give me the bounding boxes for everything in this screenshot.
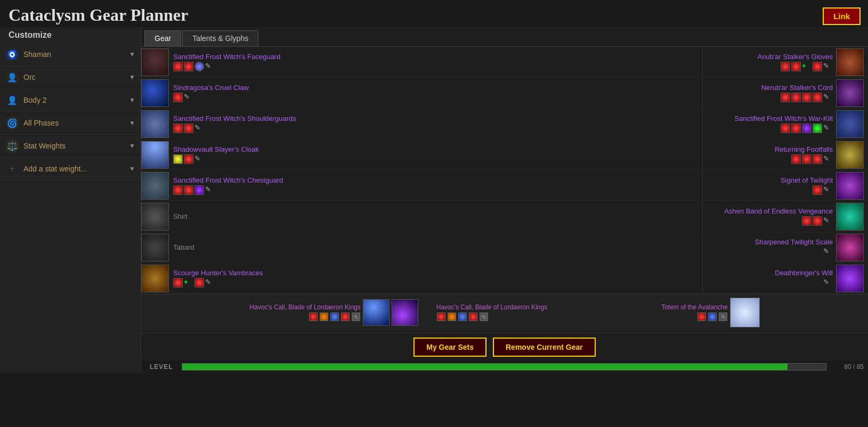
gear-row-chest[interactable]: Sanctified Frost Witch's Chestguard ✎ <box>141 170 702 201</box>
gem-plus: + <box>802 62 812 71</box>
gem-pen: ✎ <box>823 278 833 288</box>
level-bar-background <box>182 363 826 371</box>
sidebar-icon-add-stat: + <box>5 162 19 176</box>
app-header: Cataclysm Gear Planner <box>0 0 868 27</box>
gear-row-wrists[interactable]: Scourge Hunter's Vambraces +✎ <box>141 263 702 294</box>
gear-info-right-trinket2: Deathbringer's Will ✎ <box>775 269 833 288</box>
sidebar-label-stat-weights: Stat Weights <box>23 142 125 150</box>
gear-name-right-feet: Returning Footfalls <box>775 145 833 153</box>
sidebar-item-add-stat[interactable]: + Add a stat weight... ▼ <box>0 158 141 180</box>
gear-thumb-right-trinket1 <box>836 234 864 261</box>
gem-red <box>173 124 183 133</box>
link-button[interactable]: Link <box>823 7 861 25</box>
gem-pen: ✎ <box>205 185 215 195</box>
gear-thumb-wrists <box>141 265 169 292</box>
gear-thumb-right-ring1 <box>836 172 864 200</box>
sidebar-item-orc[interactable]: 👤 Orc ▼ <box>0 66 141 89</box>
gear-row-tabard[interactable]: Tabard <box>141 232 702 263</box>
gear-info-back: Shadowvault Slayer's Cloak ✎ <box>173 145 259 164</box>
gear-info-right-ring2: Ashen Band of Endless Vengeance ✎ <box>724 207 833 226</box>
gear-name-shoulders: Sanctified Frost Witch's Shoulderguards <box>173 114 296 122</box>
weapon-slot-main1[interactable]: Havoc's Call, Blade of Lordaeron Kings ✎ <box>249 299 418 326</box>
gem-red <box>791 62 801 71</box>
gear-info-right-hands: Anub'ar Stalker's Gloves +✎ <box>757 53 833 71</box>
gear-info-head: Sanctified Frost Witch's Faceguard ✎ <box>173 53 280 71</box>
gem-pen: ✎ <box>823 247 833 257</box>
gear-thumb-right-legs <box>836 110 864 138</box>
level-value: 80 / 85 <box>832 363 864 371</box>
gear-row-right-legs[interactable]: Sanctified Frost Witch's War-Kilt ✎ <box>703 109 868 139</box>
gem-red <box>194 278 204 288</box>
gem-green <box>813 124 822 133</box>
gear-name-chest: Sanctified Frost Witch's Chestguard <box>173 176 283 184</box>
gear-name-right-ring2: Ashen Band of Endless Vengeance <box>724 207 833 215</box>
weapon2-gem2 <box>448 313 456 321</box>
gem-red <box>781 124 790 133</box>
customize-label: Customize <box>0 27 141 43</box>
gear-row-back[interactable]: Shadowvault Slayer's Cloak ✎ <box>141 139 702 170</box>
gear-row-right-waist[interactable]: Nerub'ar Stalker's Cord ✎ <box>703 78 868 109</box>
gem-plus: + <box>184 278 193 288</box>
gem-red <box>791 93 801 102</box>
weapon2-gem3 <box>458 313 467 321</box>
gear-thumb-right-feet <box>836 141 864 169</box>
gem-red <box>802 93 812 102</box>
weapon2-name: Havoc's Call, Blade of Lordaeron Kings <box>436 303 547 311</box>
sidebar-arrow-all-phases: ▼ <box>129 119 135 127</box>
gear-row-right-feet[interactable]: Returning Footfalls ✎ <box>703 139 868 170</box>
sidebar-item-stat-weights[interactable]: ⚖️ Stat Weights ▼ <box>0 135 141 158</box>
gear-row-right-trinket2[interactable]: Deathbringer's Will ✎ <box>703 263 868 294</box>
gem-yellow <box>173 154 183 164</box>
gear-row-right-hands[interactable]: Anub'ar Stalker's Gloves +✎ <box>703 47 868 78</box>
gem-red <box>173 62 183 71</box>
sidebar-label-add-stat: Add a stat weight... <box>23 165 125 173</box>
weapon-slot-totem[interactable]: Totem of the Avalanche ✎ <box>661 298 760 327</box>
weapon1-gem3 <box>330 313 339 321</box>
gem-red <box>813 62 822 71</box>
gem-red <box>813 154 822 164</box>
gem-red <box>781 93 790 102</box>
gear-row-neck[interactable]: Sindragosa's Cruel Claw ✎ <box>141 78 702 109</box>
gem-red <box>791 154 801 164</box>
gear-info-right-ring1: Signet of Twilight ✎ <box>781 176 833 195</box>
gear-info-shoulders: Sanctified Frost Witch's Shoulderguards … <box>173 114 296 133</box>
gem-meta <box>194 62 204 71</box>
gear-row-right-trinket1[interactable]: Sharpened Twilight Scale ✎ <box>703 232 868 263</box>
gear-name-head: Sanctified Frost Witch's Faceguard <box>173 53 280 61</box>
gear-row-right-ring1[interactable]: Signet of Twilight ✎ <box>703 170 868 201</box>
gem-red <box>173 278 183 288</box>
gear-thumb-right-waist <box>836 79 864 107</box>
weapon-slot-main2[interactable]: Havoc's Call, Blade of Lordaeron Kings ✎ <box>436 303 547 322</box>
sidebar-item-body2[interactable]: 👤 Body 2 ▼ <box>0 89 141 112</box>
remove-gear-button[interactable]: Remove Current Gear <box>493 338 596 357</box>
level-bar-fill <box>182 364 788 370</box>
sidebar-icon-body2: 👤 <box>5 93 19 107</box>
gear-row-shoulders[interactable]: Sanctified Frost Witch's Shoulderguards … <box>141 109 702 139</box>
gear-row-head[interactable]: Sanctified Frost Witch's Faceguard ✎ <box>141 47 702 78</box>
sidebar-icon-shaman: 🧿 <box>5 47 19 61</box>
gem-pen: ✎ <box>205 278 215 288</box>
gem-pen: ✎ <box>194 154 204 164</box>
sidebar-item-all-phases[interactable]: 🌀 All Phases ▼ <box>0 112 141 135</box>
gem-pen: ✎ <box>823 93 833 102</box>
weapon2-enchant: ✎ <box>480 313 488 321</box>
sidebar-arrow-stat-weights: ▼ <box>129 142 135 150</box>
tab-talents[interactable]: Talents & Glyphs <box>182 30 258 46</box>
my-gear-sets-button[interactable]: My Gear Sets <box>413 338 486 357</box>
gear-name-right-hands: Anub'ar Stalker's Gloves <box>757 53 833 61</box>
sidebar-item-shaman[interactable]: 🧿 Shaman ▼ <box>0 43 141 66</box>
gem-red <box>184 62 193 71</box>
sidebar-arrow-orc: ▼ <box>129 73 135 81</box>
gear-info-right-waist: Nerub'ar Stalker's Cord ✎ <box>761 84 833 102</box>
weapon-row: Havoc's Call, Blade of Lordaeron Kings ✎ <box>145 298 864 327</box>
weapon1-enchant: ✎ <box>352 313 360 321</box>
tab-gear[interactable]: Gear <box>144 30 181 46</box>
weapon2-gem4 <box>469 313 477 321</box>
gem-purple <box>194 185 204 195</box>
app-title: Cataclysm Gear Planner <box>9 5 859 25</box>
tab-bar: Gear Talents & Glyphs <box>141 27 868 47</box>
totem-gem2 <box>708 313 717 321</box>
gear-row-shirt[interactable]: Shirt <box>141 201 702 232</box>
gear-row-right-ring2[interactable]: Ashen Band of Endless Vengeance ✎ <box>703 201 868 232</box>
gear-thumb-back <box>141 141 169 169</box>
